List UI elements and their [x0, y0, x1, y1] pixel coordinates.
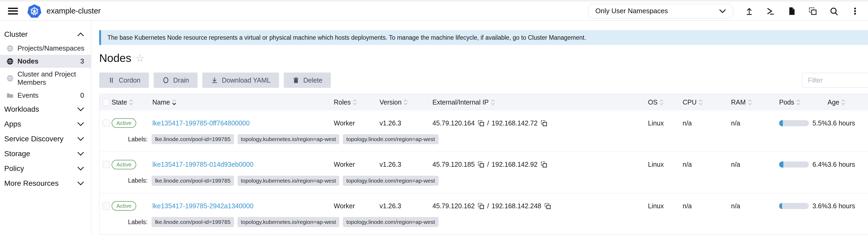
select-all-checkbox[interactable] — [103, 99, 110, 106]
sidebar-group-label: Cluster — [4, 30, 28, 39]
ip-separator: / — [487, 119, 489, 127]
column-header-age[interactable]: Age — [828, 94, 868, 110]
os-cell: Linux — [648, 152, 683, 171]
sidebar-group-label: Service Discovery — [4, 135, 63, 143]
sidebar-group-service-discovery[interactable]: Service Discovery — [0, 131, 91, 146]
pods-cell: 5.5% — [779, 119, 828, 127]
sidebar-item-nodes[interactable]: Nodes 3 — [0, 55, 91, 68]
column-header-ip[interactable]: External/Internal IP — [432, 94, 648, 110]
sort-icon — [404, 99, 408, 105]
trash-icon — [292, 77, 300, 84]
copy-icon[interactable] — [544, 202, 551, 210]
sidebar-group-more-resources[interactable]: More Resources — [0, 176, 91, 191]
internal-ip: 192.168.142.248 — [492, 202, 541, 210]
sidebar-item-label: Nodes — [18, 57, 38, 65]
sidebar-item-projects-namespaces[interactable]: Projects/Namespaces — [0, 42, 91, 55]
kubectl-shell-icon[interactable] — [765, 6, 775, 16]
info-banner-text: The base Kubernetes Node resource repres… — [107, 34, 586, 41]
copy-config-icon[interactable] — [808, 6, 818, 16]
ram-cell: n/a — [731, 193, 779, 212]
cordon-button[interactable]: Cordon — [99, 72, 149, 88]
column-header-state[interactable]: State — [112, 94, 152, 110]
chevron-down-icon — [77, 107, 84, 111]
copy-icon[interactable] — [477, 120, 485, 127]
node-name-link[interactable]: lke135417-199785-014d93eb0000 — [152, 160, 253, 168]
chevron-down-icon — [77, 152, 84, 156]
file-icon[interactable] — [786, 6, 797, 16]
sidebar-group-cluster[interactable]: Cluster — [0, 27, 91, 42]
copy-icon[interactable] — [540, 120, 548, 127]
column-header-cpu[interactable]: CPU — [683, 94, 731, 110]
ip-cell: 45.79.120.185 / 192.168.142.92 — [432, 160, 648, 168]
copy-icon[interactable] — [477, 161, 485, 168]
labels-row: Labels: lke.linode.com/pool-id=199785 to… — [99, 129, 868, 152]
row-checkbox[interactable] — [103, 161, 110, 168]
nodes-table: State Name Roles Version External/Intern… — [99, 94, 868, 235]
sidebar-group-policy[interactable]: Policy — [0, 161, 91, 176]
labels-row: Labels: lke.linode.com/pool-id=199785 to… — [99, 212, 868, 234]
sort-icon — [796, 99, 800, 105]
cpu-cell: n/a — [683, 193, 731, 212]
version-cell: v1.26.3 — [379, 152, 432, 171]
label-chip: lke.linode.com/pool-id=199785 — [152, 217, 234, 227]
sort-icon — [841, 99, 845, 105]
sidebar-group-label: Apps — [4, 120, 21, 128]
events-count-badge: 0 — [81, 91, 84, 99]
sidebar-item-events[interactable]: Events 0 — [0, 89, 91, 102]
ip-separator: / — [487, 160, 489, 168]
sort-icon — [129, 99, 133, 105]
download-yaml-button[interactable]: Download YAML — [202, 72, 279, 88]
favorite-star-icon[interactable]: ☆ — [135, 53, 145, 63]
filter-input[interactable] — [802, 73, 868, 88]
column-header-version[interactable]: Version — [379, 94, 432, 110]
row-checkbox[interactable] — [103, 202, 110, 210]
column-header-ram[interactable]: RAM — [731, 94, 779, 110]
label-chip: topology.kubernetes.io/region=ap-west — [238, 134, 340, 144]
namespace-filter-dropdown[interactable]: Only User Namespaces — [588, 4, 733, 18]
sort-icon-active — [172, 99, 176, 105]
drain-button[interactable]: Drain — [154, 72, 197, 88]
nodes-count-badge: 3 — [81, 57, 84, 65]
sidebar-group-storage[interactable]: Storage — [0, 146, 91, 161]
column-header-pods[interactable]: Pods — [779, 94, 828, 110]
hamburger-menu-icon[interactable] — [8, 8, 18, 14]
sort-icon — [699, 99, 703, 105]
upload-icon[interactable] — [744, 6, 754, 16]
roles-cell: Worker — [334, 193, 379, 212]
button-label: Cordon — [119, 77, 141, 84]
node-name-link[interactable]: lke135417-199785-2942a1340000 — [152, 202, 253, 210]
sidebar-group-workloads[interactable]: Workloads — [0, 102, 91, 117]
status-badge: Active — [112, 118, 136, 128]
table-row: Active lke135417-199785-0ff764800000 Wor… — [99, 110, 868, 129]
button-label: Drain — [173, 77, 189, 84]
row-checkbox[interactable] — [103, 120, 110, 127]
sidebar-group-apps[interactable]: Apps — [0, 117, 91, 131]
age-cell: 3.6 hours — [828, 152, 868, 171]
sidebar-group-label: More Resources — [4, 179, 58, 188]
status-badge: Active — [112, 160, 136, 169]
chevron-down-icon — [719, 9, 726, 13]
column-header-os[interactable]: OS — [648, 94, 683, 110]
delete-button[interactable]: Delete — [284, 72, 331, 88]
node-name-link[interactable]: lke135417-199785-0ff764800000 — [152, 119, 250, 127]
column-header-name[interactable]: Name — [152, 94, 334, 110]
kebab-menu-icon[interactable] — [850, 6, 860, 16]
namespace-filter-value: Only User Namespaces — [595, 7, 668, 15]
search-icon[interactable] — [829, 6, 839, 16]
label-chip: topology.linode.com/region=ap-west — [343, 217, 438, 227]
sidebar-item-cluster-project-members[interactable]: Cluster and Project Members — [0, 68, 91, 89]
pods-percent: 3.6% — [812, 202, 828, 210]
pods-usage-bar — [779, 120, 809, 126]
pods-usage-bar — [779, 203, 809, 209]
copy-icon[interactable] — [540, 161, 548, 168]
copy-icon[interactable] — [477, 202, 485, 210]
version-cell: v1.26.3 — [379, 193, 432, 212]
label-chip: lke.linode.com/pool-id=199785 — [152, 134, 234, 144]
chevron-down-icon — [77, 122, 84, 126]
chevron-down-icon — [77, 137, 84, 141]
column-header-roles[interactable]: Roles — [334, 94, 379, 110]
label-chip: topology.linode.com/region=ap-west — [343, 134, 438, 144]
sort-icon — [353, 99, 357, 105]
internal-ip: 192.168.142.72 — [492, 119, 538, 127]
pods-cell: 6.4% — [779, 160, 828, 168]
